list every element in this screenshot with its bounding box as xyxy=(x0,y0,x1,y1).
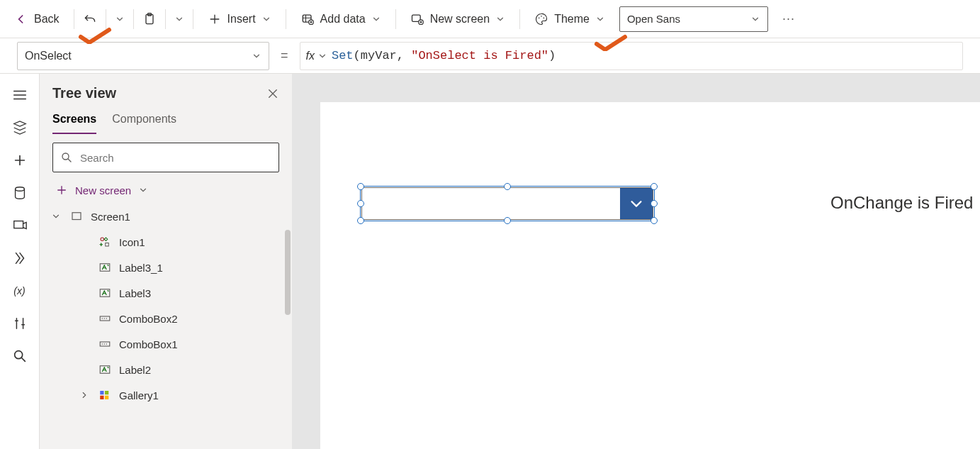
svg-point-23 xyxy=(102,343,103,345)
combobox-icon xyxy=(98,311,112,326)
close-icon[interactable] xyxy=(266,87,279,100)
svg-point-19 xyxy=(102,318,103,319)
resize-handle[interactable] xyxy=(357,200,364,207)
scrollbar[interactable] xyxy=(285,230,291,315)
label-icon xyxy=(98,362,112,377)
svg-point-9 xyxy=(15,187,24,192)
theme-label: Theme xyxy=(554,13,590,26)
theme-button[interactable]: Theme xyxy=(529,9,611,29)
search-box[interactable] xyxy=(52,143,279,172)
variables-label: (x) xyxy=(13,285,25,296)
property-selector[interactable]: OnSelect xyxy=(17,42,269,70)
canvas: OnChange is Fired xyxy=(292,74,980,449)
combobox-input[interactable] xyxy=(362,188,620,219)
tab-screens[interactable]: Screens xyxy=(52,107,96,134)
data-rail-icon[interactable] xyxy=(11,184,28,201)
divider xyxy=(286,9,286,29)
tree-node-icon[interactable]: Icon1 xyxy=(40,229,292,255)
node-label: ComboBox1 xyxy=(119,338,178,350)
fx-label: fx xyxy=(306,50,315,62)
tools-rail-icon[interactable] xyxy=(11,315,28,332)
hamburger-icon[interactable] xyxy=(11,87,28,104)
resize-handle[interactable] xyxy=(650,200,658,207)
chevron-down-icon xyxy=(595,14,605,24)
formula-bar: OnSelect = fx Set(myVar, "OnSelect is Fi… xyxy=(0,38,980,74)
divider xyxy=(395,9,396,29)
svg-rect-26 xyxy=(100,366,110,374)
svg-point-7 xyxy=(541,16,542,17)
node-label: Label2 xyxy=(119,364,151,376)
formula-editor[interactable]: fx Set(myVar, "OnSelect is Fired") xyxy=(300,42,963,70)
add-data-button[interactable]: Add data xyxy=(295,9,387,29)
tree-node-combobox[interactable]: ComboBox1 xyxy=(40,331,292,357)
tree-node-label[interactable]: Label2 xyxy=(40,357,292,382)
search-input[interactable] xyxy=(79,151,271,165)
resize-handle[interactable] xyxy=(504,183,511,190)
combobox-dropdown-button[interactable] xyxy=(620,188,653,219)
annotation-check-icon xyxy=(594,34,628,51)
paste-dropdown-icon[interactable] xyxy=(174,14,184,24)
screen-icon xyxy=(69,209,84,223)
svg-point-25 xyxy=(106,343,108,345)
chevron-down-icon[interactable] xyxy=(51,211,62,221)
insert-button[interactable]: Insert xyxy=(202,9,277,29)
chevron-down-icon xyxy=(371,14,381,24)
flows-rail-icon[interactable] xyxy=(11,250,28,267)
tab-components[interactable]: Components xyxy=(112,107,176,134)
resize-handle[interactable] xyxy=(650,217,658,224)
chevron-right-icon[interactable] xyxy=(79,390,91,400)
search-rail-icon[interactable] xyxy=(11,348,28,365)
insert-label: Insert xyxy=(227,13,256,26)
divider xyxy=(133,9,134,29)
media-rail-icon[interactable] xyxy=(11,217,28,234)
undo-dropdown-icon[interactable] xyxy=(115,14,125,24)
insert-rail-icon[interactable] xyxy=(11,152,28,169)
svg-rect-28 xyxy=(105,391,108,394)
resize-handle[interactable] xyxy=(504,217,511,224)
tree-node-label[interactable]: Label3_1 xyxy=(40,255,292,280)
add-data-label: Add data xyxy=(320,13,366,26)
chevron-down-icon xyxy=(252,51,261,61)
new-screen-tree-button[interactable]: New screen xyxy=(40,181,292,202)
undo-icon[interactable] xyxy=(83,12,97,26)
tree-node-label[interactable]: Label3 xyxy=(40,280,292,306)
svg-point-8 xyxy=(543,17,545,18)
tree-node-screen[interactable]: Screen1 xyxy=(40,204,292,229)
label-icon xyxy=(98,260,112,275)
palette-icon xyxy=(534,12,548,26)
svg-rect-29 xyxy=(100,396,103,399)
variables-rail-icon[interactable]: (x) xyxy=(11,282,28,299)
new-screen-label: New screen xyxy=(430,13,490,26)
chevron-down-icon xyxy=(317,51,327,61)
chevron-down-icon xyxy=(138,185,148,195)
svg-point-14 xyxy=(101,238,104,241)
artboard[interactable]: OnChange is Fired xyxy=(320,102,980,449)
node-label: Label3_1 xyxy=(119,262,163,274)
resize-handle[interactable] xyxy=(357,217,364,224)
resize-handle[interactable] xyxy=(357,183,364,190)
tree-node-gallery[interactable]: Gallery1 xyxy=(40,382,292,408)
tree-title: Tree view xyxy=(52,85,116,101)
plus-icon xyxy=(55,184,68,196)
top-toolbar: Back Insert Add data xyxy=(0,0,980,38)
gallery-icon xyxy=(98,388,112,402)
new-screen-icon xyxy=(410,12,424,26)
back-button[interactable]: Back xyxy=(9,9,65,29)
more-button[interactable]: ··· xyxy=(782,11,795,26)
formula-text[interactable]: Set(myVar, "OnSelect is Fired") xyxy=(332,49,556,62)
divider xyxy=(74,9,74,29)
annotation-check-icon xyxy=(78,27,112,44)
svg-point-12 xyxy=(62,153,69,160)
tree-node-combobox[interactable]: ComboBox2 xyxy=(40,306,292,331)
resize-handle[interactable] xyxy=(650,183,658,190)
new-screen-button[interactable]: New screen xyxy=(405,9,511,29)
selection-outline xyxy=(360,186,655,221)
svg-rect-17 xyxy=(100,289,110,297)
paste-icon[interactable] xyxy=(142,12,157,26)
font-selector[interactable]: Open Sans xyxy=(619,6,768,32)
combobox-control[interactable] xyxy=(361,187,653,220)
svg-point-24 xyxy=(104,343,106,345)
back-arrow-icon xyxy=(14,12,28,26)
fx-button[interactable]: fx xyxy=(306,50,327,62)
tree-view-icon[interactable] xyxy=(11,119,28,136)
